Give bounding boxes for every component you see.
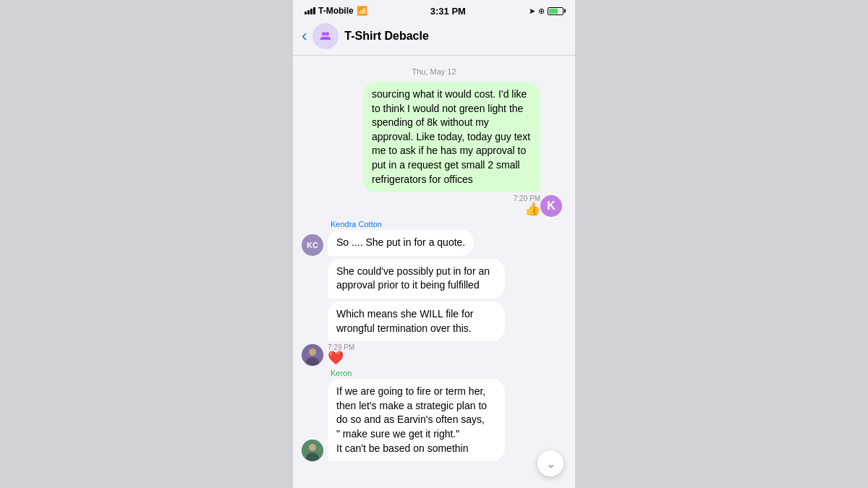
wifi-icon: 📶 bbox=[357, 6, 367, 16]
status-bar: T-Mobile 📶 3:31 PM ➤ ⊕ bbox=[293, 0, 575, 20]
sender-name-keron: Keron bbox=[331, 369, 505, 377]
msg1-text: sourcing what it would cost. I'd like to… bbox=[372, 88, 530, 185]
signal-bars bbox=[305, 7, 315, 14]
msg-row: Keron If we are going to fire or term he… bbox=[302, 369, 566, 461]
svg-point-3 bbox=[309, 348, 316, 356]
msg4-bubble: Which means she WILL file for wrongful t… bbox=[328, 301, 505, 341]
phone-frame: T-Mobile 📶 3:31 PM ➤ ⊕ ‹ T-Shirt Debacle… bbox=[293, 0, 575, 488]
msg3-bubble: She could've possibly put in for an appr… bbox=[328, 259, 505, 299]
bar1 bbox=[305, 12, 307, 14]
kendra-bubble-wrapper: Kendra Cotton So .... She put in for a q… bbox=[328, 220, 474, 256]
battery-fill bbox=[549, 9, 558, 14]
back-button[interactable]: ‹ bbox=[302, 27, 307, 46]
msg2-bubble: So .... She put in for a quote. bbox=[328, 230, 474, 256]
carrier-label: T-Mobile bbox=[318, 6, 354, 16]
outgoing-bubble-wrapper: sourcing what it would cost. I'd like to… bbox=[363, 82, 540, 217]
keron-photo bbox=[302, 440, 323, 461]
msg4-reaction: ❤️ bbox=[328, 350, 505, 366]
msg3-text: She could've possibly put in for an appr… bbox=[336, 265, 490, 291]
keron-bubble-wrapper: Keron If we are going to fire or term he… bbox=[328, 369, 505, 461]
msg-row: sourcing what it would cost. I'd like to… bbox=[302, 82, 566, 217]
bar3 bbox=[310, 9, 312, 14]
bar4 bbox=[313, 7, 315, 14]
msg-row: KC Kendra Cotton So .... She put in for … bbox=[302, 220, 566, 256]
nav-bar: ‹ T-Shirt Debacle bbox=[293, 20, 575, 56]
msg5-text: If we are going to fire or term her, the… bbox=[336, 385, 487, 453]
svg-point-1 bbox=[326, 32, 329, 35]
location-icon: ➤ bbox=[529, 7, 535, 16]
status-left: T-Mobile 📶 bbox=[305, 6, 367, 16]
msg1-reaction: 👍 bbox=[363, 201, 540, 217]
scroll-down-button[interactable]: ⌄ bbox=[537, 450, 563, 476]
chat-title: T-Shirt Debacle bbox=[344, 30, 428, 43]
sender-name-kendra: Kendra Cotton bbox=[331, 220, 474, 228]
outgoing-bubble: sourcing what it would cost. I'd like to… bbox=[363, 82, 540, 192]
kendra-avatar: KC bbox=[302, 234, 323, 256]
keron-avatar bbox=[302, 440, 323, 461]
msg3-wrapper: She could've possibly put in for an appr… bbox=[328, 259, 505, 299]
msg4-wrapper: Which means she WILL file for wrongful t… bbox=[328, 301, 505, 366]
msg2-text: So .... She put in for a quote. bbox=[336, 236, 465, 248]
battery-icon bbox=[548, 7, 563, 15]
group-avatar bbox=[312, 23, 339, 49]
date-divider: Thu, May 12 bbox=[302, 67, 566, 76]
kendra-photo bbox=[302, 344, 323, 366]
status-right: ➤ ⊕ bbox=[529, 7, 563, 16]
svg-point-6 bbox=[309, 444, 316, 451]
k-letter: K bbox=[547, 200, 556, 213]
msg-row: She could've possibly put in for an appr… bbox=[302, 259, 566, 299]
bar2 bbox=[307, 10, 310, 14]
chevron-down-icon: ⌄ bbox=[546, 457, 556, 471]
messages-area[interactable]: Thu, May 12 sourcing what it would cost.… bbox=[293, 56, 575, 488]
msg-row: Which means she WILL file for wrongful t… bbox=[302, 301, 566, 366]
kendra-avatar2 bbox=[302, 344, 323, 366]
outgoing-avatar: K bbox=[540, 195, 562, 217]
msg5-bubble: If we are going to fire or term her, the… bbox=[328, 379, 505, 461]
group-icon bbox=[318, 29, 333, 43]
time-display: 3:31 PM bbox=[430, 6, 466, 17]
settings-icon: ⊕ bbox=[538, 7, 545, 16]
msg4-text: Which means she WILL file for wrongful t… bbox=[336, 308, 473, 334]
svg-point-0 bbox=[322, 32, 326, 35]
